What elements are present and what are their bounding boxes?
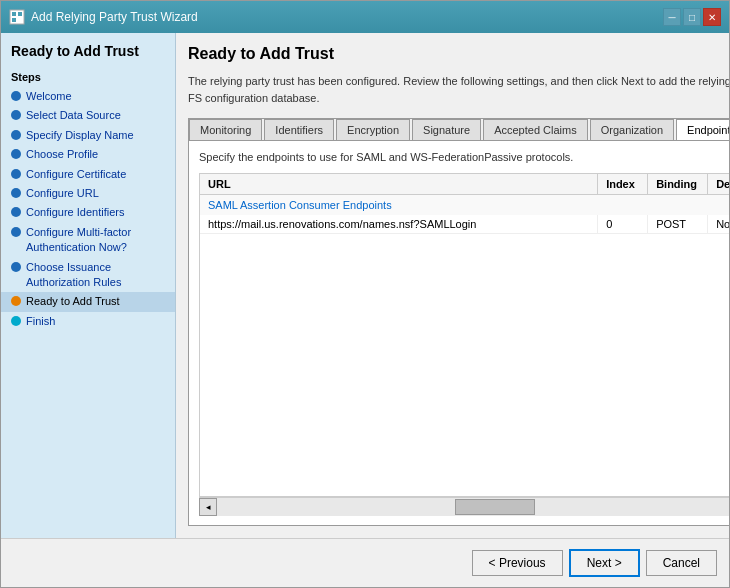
svg-rect-3 [12,18,16,22]
endpoints-description: Specify the endpoints to use for SAML an… [199,151,729,163]
sidebar-item-specify-display-name[interactable]: Specify Display Name [1,126,175,145]
page-title: Ready to Add Trust [188,45,729,63]
sidebar-label-welcome: Welcome [26,89,72,104]
sidebar-label-select-data-source: Select Data Source [26,108,121,123]
cell-binding: POST [648,215,708,233]
steps-label: Steps [1,67,175,87]
table-row: https://mail.us.renovations.com/names.ns… [200,215,729,234]
page-description: The relying party trust has been configu… [188,73,729,106]
dot-welcome [11,91,21,101]
table-header: URL Index Binding Default Respor [200,174,729,195]
dot-configure-identifiers [11,207,21,217]
table-body: SAML Assertion Consumer Endpoints https:… [200,195,729,496]
app-icon [9,9,25,25]
dot-choose-profile [11,149,21,159]
sidebar-item-configure-certificate[interactable]: Configure Certificate [1,165,175,184]
window-title: Add Relying Party Trust Wizard [31,10,198,24]
tab-endpoints[interactable]: Endpoints [676,119,729,141]
svg-rect-1 [12,12,16,16]
sidebar-label-configure-certificate: Configure Certificate [26,167,126,182]
sidebar-item-configure-identifiers[interactable]: Configure Identifiers [1,203,175,222]
dot-choose-issuance [11,262,21,272]
dot-finish [11,316,21,326]
dot-configure-url [11,188,21,198]
scroll-thumb[interactable] [455,499,535,515]
cancel-button[interactable]: Cancel [646,550,717,576]
tab-signature[interactable]: Signature [412,119,481,140]
tab-endpoints-content: Specify the endpoints to use for SAML an… [189,141,729,525]
svg-rect-2 [18,12,22,16]
footer: < Previous Next > Cancel [1,538,729,587]
next-button[interactable]: Next > [569,549,640,577]
col-default: Default [708,174,729,194]
sidebar-label-specify-display-name: Specify Display Name [26,128,134,143]
sidebar-item-welcome[interactable]: Welcome [1,87,175,106]
sidebar-label-finish: Finish [26,314,55,329]
close-button[interactable]: ✕ [703,8,721,26]
previous-button[interactable]: < Previous [472,550,563,576]
maximize-button[interactable]: □ [683,8,701,26]
sidebar-item-configure-multifactor[interactable]: Configure Multi-factor Authentication No… [1,223,175,258]
sidebar-label-choose-issuance: Choose Issuance Authorization Rules [26,260,167,291]
sidebar-label-ready-to-add: Ready to Add Trust [26,294,120,309]
col-index: Index [598,174,648,194]
sidebar-item-finish[interactable]: Finish [1,312,175,331]
minimize-button[interactable]: ─ [663,8,681,26]
sidebar-item-configure-url[interactable]: Configure URL [1,184,175,203]
tab-monitoring[interactable]: Monitoring [189,119,262,140]
dot-configure-multifactor [11,227,21,237]
cell-url: https://mail.us.renovations.com/names.ns… [200,215,598,233]
col-binding: Binding [648,174,708,194]
table-section-saml: SAML Assertion Consumer Endpoints [200,195,729,215]
content-area: Ready to Add Trust Steps Welcome Select … [1,33,729,538]
horizontal-scrollbar[interactable]: ◂ ▸ [199,497,729,515]
sidebar-item-select-data-source[interactable]: Select Data Source [1,106,175,125]
sidebar-item-ready-to-add[interactable]: Ready to Add Trust [1,292,175,311]
tab-accepted-claims[interactable]: Accepted Claims [483,119,588,140]
sidebar-item-choose-profile[interactable]: Choose Profile [1,145,175,164]
main-window: Add Relying Party Trust Wizard ─ □ ✕ Rea… [0,0,730,588]
col-url: URL [200,174,598,194]
tab-encryption[interactable]: Encryption [336,119,410,140]
cell-default: No [708,215,729,233]
dot-configure-certificate [11,169,21,179]
window-controls: ─ □ ✕ [663,8,721,26]
cell-index: 0 [598,215,648,233]
main-panel: Ready to Add Trust The relying party tru… [176,33,729,538]
sidebar-label-configure-identifiers: Configure Identifiers [26,205,124,220]
sidebar-item-choose-issuance[interactable]: Choose Issuance Authorization Rules [1,258,175,293]
tab-identifiers[interactable]: Identifiers [264,119,334,140]
title-bar-left: Add Relying Party Trust Wizard [9,9,198,25]
sidebar-label-choose-profile: Choose Profile [26,147,98,162]
sidebar-label-configure-multifactor: Configure Multi-factor Authentication No… [26,225,167,256]
tab-organization[interactable]: Organization [590,119,674,140]
dot-select-data-source [11,110,21,120]
scroll-left-button[interactable]: ◂ [199,498,217,516]
tabs-bar: Monitoring Identifiers Encryption Signat… [189,119,729,141]
sidebar-title: Ready to Add Trust [1,43,175,67]
sidebar: Ready to Add Trust Steps Welcome Select … [1,33,176,538]
tab-container: Monitoring Identifiers Encryption Signat… [188,118,729,526]
endpoints-table: URL Index Binding Default Respor SAML As… [199,173,729,497]
scroll-track[interactable] [217,498,729,516]
dot-ready-to-add [11,296,21,306]
sidebar-label-configure-url: Configure URL [26,186,99,201]
title-bar: Add Relying Party Trust Wizard ─ □ ✕ [1,1,729,33]
dot-specify-display-name [11,130,21,140]
